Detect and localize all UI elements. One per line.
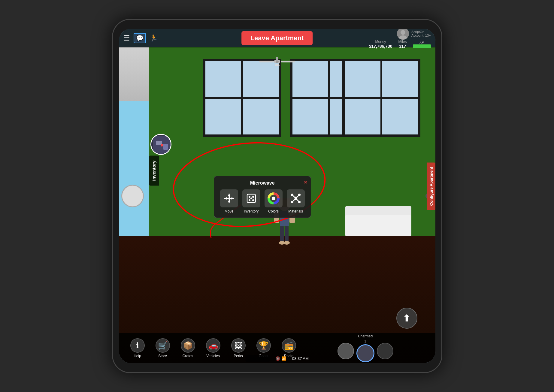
- inventory-label: Inventory: [244, 209, 259, 213]
- miles-label: Miles: [398, 40, 407, 44]
- help-label: Help: [134, 354, 141, 358]
- weapon-slot-3[interactable]: [377, 343, 393, 359]
- context-item-inventory[interactable]: Inventory: [242, 189, 260, 213]
- help-icon: ℹ: [130, 338, 145, 353]
- colors-icon: [265, 189, 283, 207]
- xp-bar: [413, 44, 431, 48]
- perks-label: Perks: [234, 354, 243, 358]
- vehicles-icon: 🚗: [206, 338, 220, 353]
- miles-value: 317: [399, 44, 406, 49]
- move-label: Move: [225, 209, 233, 213]
- leave-apartment-button[interactable]: Leave Apartment: [241, 31, 313, 45]
- radio-icon: 📻: [282, 338, 296, 353]
- top-bar: ☰ 💬 🏃 Leave Apartment ScriptOn Account: …: [119, 29, 435, 47]
- store-icon: 🛒: [156, 338, 170, 353]
- bottom-toolbar: ℹ Help 🛒 Store 📦 Crates 🚗 Vehicles 🖼: [119, 333, 435, 363]
- svg-rect-3: [281, 61, 295, 62]
- svg-rect-45: [295, 197, 297, 200]
- svg-rect-4: [276, 57, 278, 61]
- money-label: Money: [375, 40, 386, 44]
- mini-map[interactable]: [150, 134, 171, 155]
- svg-point-34: [249, 199, 250, 201]
- stats-row: Money $17,786,730 Miles 317 XP: [369, 40, 431, 49]
- weapon-slot-active: Unarmed 1: [338, 334, 393, 362]
- account-info: ScriptOn Account: 13+: [411, 30, 431, 37]
- toolbar-help[interactable]: ℹ Help: [125, 338, 150, 358]
- run-icon[interactable]: 🏃: [150, 34, 158, 42]
- materials-icon: [287, 189, 305, 207]
- context-item-move[interactable]: ✛ Move: [220, 189, 238, 213]
- goals-icon: 🏆: [256, 338, 271, 353]
- window-left: [203, 59, 281, 137]
- colors-label: Colors: [268, 209, 279, 213]
- avatar: [397, 29, 409, 40]
- status-icons: 🔇 📶: [275, 356, 286, 361]
- chat-icon[interactable]: 💬: [134, 33, 146, 43]
- account-name: ScriptOn: [411, 30, 431, 34]
- home-button[interactable]: [121, 185, 144, 207]
- configure-apartment-sidebar[interactable]: Configure Apartment: [427, 163, 435, 210]
- status-time: 08:37 AM: [292, 356, 309, 361]
- svg-rect-2: [259, 61, 274, 62]
- tablet-device: ☰ 💬 🏃 Leave Apartment ScriptOn Account: …: [112, 19, 442, 373]
- top-bar-right: ScriptOn Account: 13+ Money $17,786,730 …: [369, 29, 435, 49]
- svg-marker-30: [232, 197, 234, 200]
- context-menu-items: ✛ Move: [220, 189, 305, 213]
- crates-label: Crates: [183, 354, 193, 358]
- slot-number: 1: [364, 339, 366, 343]
- vehicles-label: Vehicles: [206, 354, 220, 358]
- store-label: Store: [158, 354, 167, 358]
- game-viewport[interactable]: ☰ 💬 🏃 Leave Apartment ScriptOn Account: …: [119, 29, 435, 363]
- svg-point-33: [252, 196, 254, 198]
- svg-point-44: [291, 201, 293, 203]
- weapon-slot-active-circle[interactable]: [356, 344, 374, 362]
- context-menu-title: Microwave: [220, 180, 305, 186]
- up-arrow-button[interactable]: ⬆: [396, 308, 417, 329]
- svg-rect-17: [280, 226, 284, 243]
- money-value: $17,786,730: [369, 44, 392, 49]
- perks-icon: 🖼: [231, 338, 246, 353]
- svg-point-38: [272, 197, 275, 200]
- svg-point-43: [298, 194, 301, 196]
- svg-rect-18: [285, 226, 289, 243]
- couch: [345, 206, 411, 236]
- svg-point-20: [284, 241, 290, 245]
- t-builder-label: T-Builder: [245, 355, 269, 362]
- crates-icon: 📦: [181, 338, 195, 353]
- svg-rect-9: [163, 144, 168, 150]
- top-bar-left: ☰ 💬 🏃: [119, 33, 158, 43]
- context-item-materials[interactable]: Materials: [287, 189, 305, 213]
- svg-point-42: [298, 201, 301, 203]
- inventory-icon: [242, 189, 260, 207]
- svg-point-36: [250, 198, 252, 199]
- context-item-colors[interactable]: Colors: [265, 189, 283, 213]
- svg-point-35: [252, 199, 254, 201]
- toolbar-crates[interactable]: 📦 Crates: [175, 338, 201, 358]
- materials-label: Materials: [288, 209, 303, 213]
- status-bar: T-Builder 🔇 📶 08:37 AM: [245, 355, 309, 362]
- context-close-button[interactable]: ×: [304, 179, 307, 185]
- svg-point-41: [291, 194, 293, 196]
- toolbar-vehicles[interactable]: 🚗 Vehicles: [201, 338, 226, 358]
- svg-point-10: [161, 144, 163, 146]
- xp-label: XP: [419, 40, 424, 44]
- context-menu: Microwave × ✛: [214, 176, 311, 218]
- weapon-label: Unarmed: [358, 334, 373, 338]
- svg-point-5: [275, 64, 280, 66]
- move-icon: ✛: [220, 189, 238, 207]
- ceiling-fan: [259, 57, 295, 68]
- window-right: [342, 59, 420, 137]
- tablet-screen: ☰ 💬 🏃 Leave Apartment ScriptOn Account: …: [119, 29, 435, 363]
- menu-icon[interactable]: ☰: [123, 34, 130, 42]
- inventory-sidebar[interactable]: Inventory: [149, 156, 159, 186]
- weapon-slot-1[interactable]: [338, 343, 354, 359]
- account-age: Account: 13+: [411, 34, 431, 37]
- svg-point-32: [249, 196, 250, 198]
- xp-bar-fill: [413, 44, 431, 48]
- weapon-slots: Unarmed 1: [301, 334, 429, 362]
- svg-point-22: [401, 30, 405, 35]
- toolbar-store[interactable]: 🛒 Store: [150, 338, 175, 358]
